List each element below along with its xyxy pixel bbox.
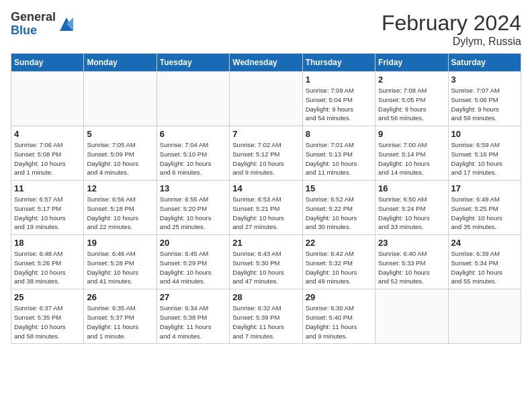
title-block: February 2024 Dylym, Russia	[382, 11, 521, 48]
calendar-cell: 2Sunrise: 7:08 AMSunset: 5:05 PMDaylight…	[375, 72, 448, 126]
day-number: 2	[378, 75, 445, 85]
page-header: General Blue February 2024 Dylym, Russia	[11, 11, 521, 48]
weekday-header-wednesday: Wednesday	[230, 54, 302, 72]
calendar-cell: 11Sunrise: 6:57 AMSunset: 5:17 PMDayligh…	[11, 181, 84, 235]
day-info: Sunrise: 7:02 AMSunset: 5:12 PMDaylight:…	[232, 140, 299, 177]
day-info: Sunrise: 7:06 AMSunset: 5:08 PMDaylight:…	[14, 140, 81, 177]
calendar-week-2: 11Sunrise: 6:57 AMSunset: 5:17 PMDayligh…	[11, 181, 521, 235]
day-info: Sunrise: 7:01 AMSunset: 5:13 PMDaylight:…	[306, 140, 372, 177]
calendar-cell	[84, 72, 157, 126]
calendar-cell: 3Sunrise: 7:07 AMSunset: 5:06 PMDaylight…	[448, 72, 521, 126]
calendar-cell	[157, 72, 229, 126]
weekday-header-monday: Monday	[84, 54, 157, 72]
day-info: Sunrise: 6:53 AMSunset: 5:21 PMDaylight:…	[232, 195, 299, 232]
calendar-cell: 15Sunrise: 6:52 AMSunset: 5:22 PMDayligh…	[302, 181, 375, 235]
day-number: 26	[87, 292, 153, 302]
calendar-cell: 9Sunrise: 7:00 AMSunset: 5:14 PMDaylight…	[375, 126, 448, 181]
day-number: 4	[14, 129, 81, 139]
day-number: 14	[232, 183, 299, 193]
calendar-cell: 18Sunrise: 6:48 AMSunset: 5:26 PMDayligh…	[11, 235, 84, 289]
calendar-cell: 28Sunrise: 6:32 AMSunset: 5:39 PMDayligh…	[230, 289, 302, 344]
day-info: Sunrise: 6:59 AMSunset: 5:16 PMDaylight:…	[451, 140, 518, 177]
calendar-cell: 6Sunrise: 7:04 AMSunset: 5:10 PMDaylight…	[157, 126, 229, 181]
day-info: Sunrise: 7:00 AMSunset: 5:14 PMDaylight:…	[378, 140, 445, 177]
day-info: Sunrise: 6:40 AMSunset: 5:33 PMDaylight:…	[378, 249, 445, 286]
day-number: 11	[14, 183, 81, 193]
day-info: Sunrise: 6:35 AMSunset: 5:37 PMDaylight:…	[87, 304, 153, 340]
day-info: Sunrise: 6:37 AMSunset: 5:35 PMDaylight:…	[14, 304, 81, 340]
day-number: 10	[451, 129, 518, 139]
weekday-header-sunday: Sunday	[11, 54, 84, 72]
calendar-cell: 26Sunrise: 6:35 AMSunset: 5:37 PMDayligh…	[84, 289, 157, 344]
day-number: 22	[306, 238, 372, 248]
calendar-cell: 7Sunrise: 7:02 AMSunset: 5:12 PMDaylight…	[230, 126, 302, 181]
calendar-cell: 25Sunrise: 6:37 AMSunset: 5:35 PMDayligh…	[11, 289, 84, 344]
day-info: Sunrise: 7:09 AMSunset: 5:04 PMDaylight:…	[306, 86, 372, 123]
day-info: Sunrise: 7:07 AMSunset: 5:06 PMDaylight:…	[451, 86, 518, 123]
calendar-week-3: 18Sunrise: 6:48 AMSunset: 5:26 PMDayligh…	[11, 235, 521, 289]
day-number: 15	[306, 183, 372, 193]
day-number: 20	[160, 238, 226, 248]
logo-general: General	[11, 11, 56, 24]
day-number: 28	[232, 292, 299, 302]
day-info: Sunrise: 6:34 AMSunset: 5:38 PMDaylight:…	[160, 304, 226, 340]
day-info: Sunrise: 6:48 AMSunset: 5:26 PMDaylight:…	[14, 249, 81, 286]
day-number: 23	[378, 238, 445, 248]
calendar-week-0: 1Sunrise: 7:09 AMSunset: 5:04 PMDaylight…	[11, 72, 521, 126]
calendar-cell: 20Sunrise: 6:45 AMSunset: 5:29 PMDayligh…	[157, 235, 229, 289]
day-info: Sunrise: 6:46 AMSunset: 5:28 PMDaylight:…	[87, 249, 153, 286]
day-number: 19	[87, 238, 153, 248]
day-info: Sunrise: 6:45 AMSunset: 5:29 PMDaylight:…	[160, 249, 226, 286]
calendar-cell	[375, 289, 448, 344]
day-number: 21	[232, 238, 299, 248]
day-number: 29	[306, 292, 372, 302]
calendar-week-1: 4Sunrise: 7:06 AMSunset: 5:08 PMDaylight…	[11, 126, 521, 181]
weekday-header-tuesday: Tuesday	[157, 54, 229, 72]
calendar-cell: 29Sunrise: 6:30 AMSunset: 5:40 PMDayligh…	[302, 289, 375, 344]
weekday-header-thursday: Thursday	[302, 54, 375, 72]
day-info: Sunrise: 6:55 AMSunset: 5:20 PMDaylight:…	[160, 195, 226, 232]
calendar-header: SundayMondayTuesdayWednesdayThursdayFrid…	[11, 54, 521, 72]
day-number: 25	[14, 292, 81, 302]
day-number: 8	[306, 129, 372, 139]
calendar-cell: 14Sunrise: 6:53 AMSunset: 5:21 PMDayligh…	[230, 181, 302, 235]
calendar-cell: 16Sunrise: 6:50 AMSunset: 5:24 PMDayligh…	[375, 181, 448, 235]
day-number: 16	[378, 183, 445, 193]
logo: General Blue	[11, 11, 76, 38]
calendar-week-4: 25Sunrise: 6:37 AMSunset: 5:35 PMDayligh…	[11, 289, 521, 344]
day-number: 24	[451, 238, 518, 248]
day-number: 13	[160, 183, 226, 193]
location: Dylym, Russia	[382, 36, 521, 48]
day-info: Sunrise: 6:39 AMSunset: 5:34 PMDaylight:…	[451, 249, 518, 286]
calendar-cell: 23Sunrise: 6:40 AMSunset: 5:33 PMDayligh…	[375, 235, 448, 289]
day-number: 7	[232, 129, 299, 139]
calendar-cell: 4Sunrise: 7:06 AMSunset: 5:08 PMDaylight…	[11, 126, 84, 181]
day-number: 27	[160, 292, 226, 302]
day-info: Sunrise: 6:49 AMSunset: 5:25 PMDaylight:…	[451, 195, 518, 232]
month-year: February 2024	[382, 11, 521, 36]
day-info: Sunrise: 6:43 AMSunset: 5:30 PMDaylight:…	[232, 249, 299, 286]
logo-text: General Blue	[11, 11, 56, 38]
day-number: 18	[14, 238, 81, 248]
calendar-table: SundayMondayTuesdayWednesdayThursdayFrid…	[11, 53, 521, 344]
calendar-cell: 8Sunrise: 7:01 AMSunset: 5:13 PMDaylight…	[302, 126, 375, 181]
calendar-cell: 1Sunrise: 7:09 AMSunset: 5:04 PMDaylight…	[302, 72, 375, 126]
calendar-cell: 27Sunrise: 6:34 AMSunset: 5:38 PMDayligh…	[157, 289, 229, 344]
day-number: 5	[87, 129, 153, 139]
calendar-cell: 12Sunrise: 6:56 AMSunset: 5:18 PMDayligh…	[84, 181, 157, 235]
day-info: Sunrise: 6:57 AMSunset: 5:17 PMDaylight:…	[14, 195, 81, 232]
day-info: Sunrise: 6:42 AMSunset: 5:32 PMDaylight:…	[306, 249, 372, 286]
weekday-header-friday: Friday	[375, 54, 448, 72]
calendar-cell	[11, 72, 84, 126]
day-info: Sunrise: 6:32 AMSunset: 5:39 PMDaylight:…	[232, 304, 299, 340]
day-info: Sunrise: 6:50 AMSunset: 5:24 PMDaylight:…	[378, 195, 445, 232]
day-info: Sunrise: 6:30 AMSunset: 5:40 PMDaylight:…	[306, 304, 372, 340]
calendar-cell: 13Sunrise: 6:55 AMSunset: 5:20 PMDayligh…	[157, 181, 229, 235]
weekday-row: SundayMondayTuesdayWednesdayThursdayFrid…	[11, 54, 521, 72]
day-info: Sunrise: 6:56 AMSunset: 5:18 PMDaylight:…	[87, 195, 153, 232]
calendar-cell	[230, 72, 302, 126]
day-number: 12	[87, 183, 153, 193]
day-number: 3	[451, 75, 518, 85]
day-number: 1	[306, 75, 372, 85]
calendar-body: 1Sunrise: 7:09 AMSunset: 5:04 PMDaylight…	[11, 72, 521, 344]
